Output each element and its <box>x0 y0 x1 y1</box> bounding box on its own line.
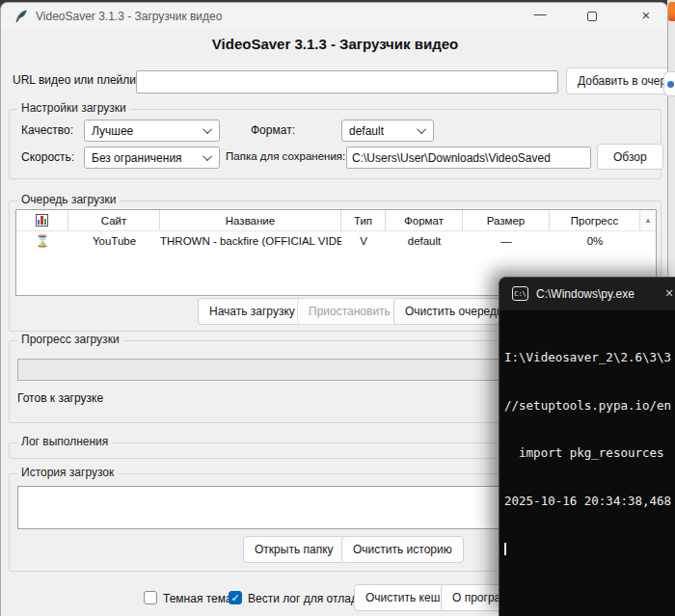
terminal-close-icon[interactable]: × <box>665 285 673 301</box>
settings-group-title: Настройки загрузки <box>17 101 130 115</box>
settings-group: Настройки загрузки Качество: Лучшее Форм… <box>9 109 662 179</box>
row-progress: 0% <box>550 235 640 247</box>
table-row[interactable]: ⌛ YouTube THROWN - backfire (OFFICIAL VI… <box>16 231 656 251</box>
chevron-down-icon <box>202 151 212 161</box>
add-to-queue-button[interactable]: Добавить в очередь <box>566 67 668 94</box>
chevron-down-icon <box>202 124 212 134</box>
format-select[interactable]: default <box>341 120 434 142</box>
maximize-icon[interactable] <box>587 12 597 21</box>
column-progress[interactable]: Прогресс <box>550 210 640 230</box>
speed-value: Без ограничения <box>92 151 182 165</box>
url-input[interactable] <box>136 70 558 94</box>
row-size: — <box>463 235 550 247</box>
speed-label: Скорость: <box>21 150 74 164</box>
scroll-up-icon: ▲ <box>644 211 652 230</box>
feather-app-icon <box>14 9 29 24</box>
background-window-fragment <box>663 71 675 96</box>
folder-path-input[interactable] <box>346 147 591 169</box>
quality-value: Лучшее <box>92 124 133 138</box>
column-type[interactable]: Тип <box>341 210 386 230</box>
row-status-icon: ⌛ <box>16 234 68 248</box>
background-orange-fragment <box>668 2 675 21</box>
column-size[interactable]: Размер <box>463 210 550 230</box>
row-site: YouTube <box>68 235 160 247</box>
queue-table-header: Сайт Название Тип Формат Размер Прогресс… <box>16 210 656 231</box>
pause-button: Приостановить <box>297 298 402 325</box>
chevron-down-icon <box>417 124 426 134</box>
terminal-output[interactable]: I:\Videosaver_2\2.6\3\3 //setuptools.pyp… <box>504 318 675 587</box>
start-download-button[interactable]: Начать загрузку <box>198 298 307 325</box>
column-name[interactable]: Название <box>160 210 341 230</box>
debug-log-checkbox[interactable]: ✓ <box>229 591 242 604</box>
column-status[interactable] <box>16 210 68 230</box>
quality-select[interactable]: Лучшее <box>84 120 220 142</box>
format-value: default <box>349 124 384 138</box>
clear-cache-button[interactable]: Очистить кеш <box>354 584 451 611</box>
titlebar[interactable]: VideoSaver 3.1.3 - Загрузчик видео — × <box>1 3 667 30</box>
column-format[interactable]: Формат <box>386 210 463 230</box>
row-format: default <box>386 235 463 247</box>
browse-button[interactable]: Обзор <box>597 144 663 170</box>
terminal-line: import pkg_resources <box>504 445 675 462</box>
column-site[interactable]: Сайт <box>68 210 160 230</box>
terminal-window: C:\ C:\Windows\py.exe × I:\Videosaver_2\… <box>499 277 675 616</box>
dark-theme-checkbox[interactable] <box>144 591 157 604</box>
terminal-titlebar[interactable]: C:\ C:\Windows\py.exe × <box>500 278 675 310</box>
log-group-title: Лог выполнения <box>17 435 112 448</box>
window-title: VideoSaver 3.1.3 - Загрузчик видео <box>36 10 222 23</box>
minimize-icon[interactable]: — <box>530 7 550 21</box>
terminal-line: I:\Videosaver_2\2.6\3\3 <box>504 350 675 366</box>
format-label: Формат: <box>251 123 295 137</box>
screen: VideoSaver 3.1.3 - Загрузчик видео — × V… <box>0 0 675 616</box>
row-type: V <box>341 235 386 247</box>
row-name: THROWN - backfire (OFFICIAL VIDEO) <box>160 235 341 247</box>
dark-theme-label: Темная тема <box>163 592 232 605</box>
terminal-line: 2025-10-16 20:34:38,468 <box>504 494 675 510</box>
history-group-title: История загрузок <box>17 466 118 479</box>
speed-select[interactable]: Без ограничения <box>84 147 220 169</box>
page-title: VideoSaver 3.1.3 - Загрузчик видео <box>1 36 668 52</box>
queue-group-title: Очередь загрузки <box>17 193 120 206</box>
terminal-title: C:\Windows\py.exe <box>536 287 634 301</box>
status-text: Готов к загрузке <box>17 391 103 405</box>
blue-dot-icon <box>667 81 674 88</box>
clear-history-button[interactable]: Очистить историю <box>341 536 464 563</box>
folder-label: Папка для сохранения: <box>226 150 345 162</box>
quality-label: Качество: <box>21 123 73 137</box>
open-folder-button[interactable]: Открыть папку <box>243 536 345 563</box>
terminal-line: //setuptools.pypa.io/en <box>504 398 675 415</box>
table-scrollbar[interactable]: ▲ <box>640 210 656 230</box>
progress-group-title: Прогресс загрузки <box>17 333 123 346</box>
url-label: URL видео или плейлиста: <box>13 73 156 87</box>
clear-queue-button[interactable]: Очистить очередь <box>393 298 514 325</box>
bar-chart-icon <box>36 214 48 227</box>
debug-log-label: Вести лог для отладки <box>248 592 369 605</box>
check-icon: ✓ <box>230 593 239 603</box>
terminal-cursor <box>504 543 506 555</box>
console-icon: C:\ <box>512 286 528 301</box>
close-icon[interactable]: × <box>637 7 655 23</box>
